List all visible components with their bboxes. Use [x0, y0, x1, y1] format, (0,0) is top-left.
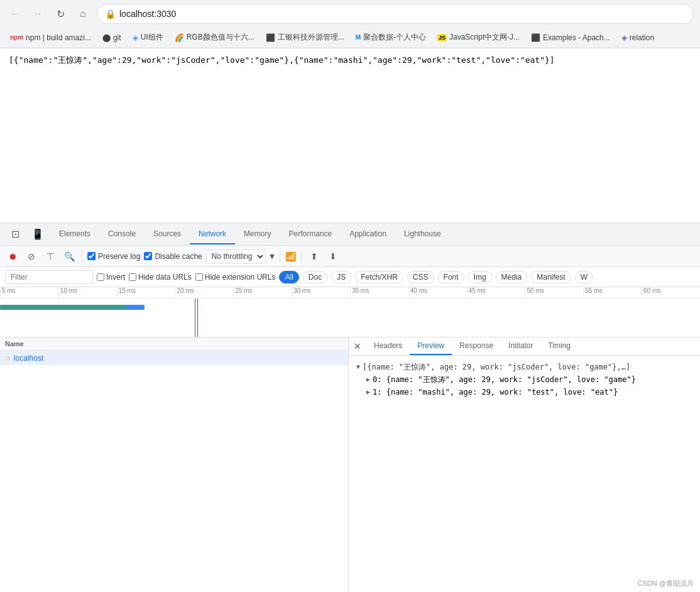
timeline-bar-data: [0, 305, 126, 310]
bank-icon: ⬛: [266, 33, 275, 42]
json-output: [{"name":"王惊涛","age":29,"work":"jsCoder"…: [9, 55, 555, 65]
bookmark-relation[interactable]: ◈ relation: [616, 31, 659, 44]
preserve-log-checkbox[interactable]: Preserve log: [87, 252, 140, 261]
type-js-button[interactable]: JS: [331, 271, 351, 283]
localhost-row-name: localhost: [14, 354, 43, 363]
type-manifest-button[interactable]: Manifest: [531, 271, 571, 283]
json-root-expand[interactable]: ▼: [356, 361, 360, 373]
watermark: CSDN @青阳流月: [638, 579, 694, 588]
type-font-button[interactable]: Font: [438, 271, 464, 283]
home-button[interactable]: ⌂: [74, 5, 92, 23]
lock-icon: 🔒: [105, 9, 116, 19]
bookmark-ui-label: UI组件: [141, 32, 163, 43]
type-css-button[interactable]: CSS: [407, 271, 434, 283]
bookmark-agg[interactable]: M 聚合数据-个人中心: [351, 30, 431, 45]
filter-input[interactable]: [5, 270, 93, 284]
json-item1-line: ▶ 1: {name: "mashi", age: 29, work: "tes…: [366, 386, 692, 398]
npm-icon: npm: [10, 34, 23, 41]
tab-sources[interactable]: Sources: [145, 224, 190, 244]
disable-cache-checkbox[interactable]: Disable cache: [144, 252, 202, 261]
localhost-row-icon: ○: [5, 353, 10, 363]
address-url: localhost:3030: [119, 9, 686, 19]
hide-data-urls-checkbox[interactable]: Hide data URLs: [129, 273, 192, 282]
invert-checkbox[interactable]: Invert: [97, 273, 125, 282]
devtools-tabs: ⊡ 📱 Elements Console Sources Network Mem…: [0, 223, 700, 246]
preview-tab-initiator[interactable]: Initiator: [501, 337, 540, 355]
throttle-select[interactable]: No throttling: [206, 249, 266, 263]
preview-panel: ✕ Headers Preview Response Initiator Tim…: [349, 337, 700, 592]
tick-55ms: 55 ms: [583, 287, 642, 298]
bookmark-github[interactable]: ⬤ git: [97, 31, 126, 44]
devtools-toolbar: ⏺ ⊘ ⊤ 🔍 Preserve log Disable cache No th…: [0, 246, 700, 267]
throttle-dropdown-icon[interactable]: ▾: [270, 250, 275, 262]
timeline-marker-blue: [195, 299, 195, 337]
tab-performance[interactable]: Performance: [280, 224, 341, 244]
agg-icon: M: [356, 34, 361, 41]
bookmark-examples[interactable]: ⬛ Examples - Apach...: [526, 31, 615, 44]
tick-20ms: 20 ms: [175, 287, 233, 298]
bookmark-rgb[interactable]: 🌈 RGB颜色值与十六...: [170, 30, 260, 45]
rgb-icon: 🌈: [175, 33, 184, 42]
type-all-button[interactable]: All: [279, 271, 298, 283]
bookmark-js-label: JavaScript中文网-J...: [449, 32, 520, 43]
import-button[interactable]: ⬆: [307, 249, 322, 264]
type-w-button[interactable]: W: [575, 271, 593, 283]
json-item0-expand[interactable]: ▶: [366, 374, 370, 385]
address-bar[interactable]: 🔒 localhost:3030: [97, 4, 694, 24]
examples-icon: ⬛: [531, 33, 540, 42]
tick-35ms: 35 ms: [350, 287, 408, 298]
tick-60ms: 60 ms: [642, 287, 700, 298]
close-preview-button[interactable]: ✕: [349, 337, 366, 355]
bookmark-agg-label: 聚合数据-个人中心: [363, 32, 426, 43]
tab-network[interactable]: Network: [190, 224, 235, 244]
preview-tab-preview[interactable]: Preview: [410, 337, 452, 355]
hide-extension-checkbox[interactable]: Hide extension URLs: [195, 273, 276, 282]
network-list: Name ○ localhost: [0, 337, 349, 592]
network-list-row-localhost[interactable]: ○ localhost: [0, 351, 348, 365]
nav-bar: ← → ↻ ⌂ 🔒 localhost:3030: [0, 0, 700, 28]
back-button[interactable]: ←: [6, 5, 24, 23]
preview-tab-response[interactable]: Response: [452, 337, 501, 355]
bookmark-rgb-label: RGB颜色值与十六...: [187, 32, 254, 43]
tick-5ms: 5 ms: [0, 287, 58, 298]
stop-recording-button[interactable]: ⏺: [5, 249, 20, 264]
timeline-marker-red: [197, 299, 198, 337]
tab-memory[interactable]: Memory: [235, 224, 280, 244]
json-item0-line: ▶ 0: {name: "王惊涛", age: 29, work: "jsCod…: [366, 373, 692, 386]
tick-45ms: 45 ms: [467, 287, 525, 298]
tab-lighthouse[interactable]: Lighthouse: [395, 224, 450, 244]
tick-30ms: 30 ms: [292, 287, 350, 298]
tab-console[interactable]: Console: [99, 224, 145, 244]
bookmark-npm-label: npm | build amazi...: [26, 33, 91, 42]
ui-icon: ◈: [133, 33, 138, 42]
timeline-area: 5 ms 10 ms 15 ms 20 ms 25 ms 30 ms 35 ms…: [0, 287, 700, 337]
preview-tab-headers[interactable]: Headers: [366, 337, 410, 355]
export-button[interactable]: ⬇: [325, 249, 341, 264]
tab-application[interactable]: Application: [341, 224, 395, 244]
type-media-button[interactable]: Media: [496, 271, 528, 283]
search-button[interactable]: 🔍: [62, 249, 77, 264]
page-content: [{"name":"王惊涛","age":29,"work":"jsCoder"…: [0, 48, 700, 223]
bookmark-bank[interactable]: ⬛ 工银科技外源管理...: [261, 30, 349, 45]
filter-button[interactable]: ⊤: [43, 249, 58, 264]
clear-button[interactable]: ⊘: [24, 249, 39, 264]
devtools-tab-icons: ⊡ 📱: [3, 226, 50, 243]
forward-button[interactable]: →: [29, 5, 46, 23]
json-item1-expand[interactable]: ▶: [366, 386, 370, 398]
wifi-icon: 📶: [285, 251, 296, 261]
separator-1: [82, 250, 82, 263]
tab-elements[interactable]: Elements: [50, 224, 99, 244]
preview-tab-timing[interactable]: Timing: [540, 337, 578, 355]
list-header-name: Name: [5, 340, 343, 348]
bookmark-js[interactable]: JS JavaScript中文网-J...: [432, 30, 525, 45]
inspect-icon[interactable]: ⊡: [6, 226, 24, 243]
type-img-button[interactable]: Img: [468, 271, 492, 283]
bookmark-ui[interactable]: ◈ UI组件: [128, 30, 168, 45]
refresh-button[interactable]: ↻: [52, 5, 69, 23]
device-icon[interactable]: 📱: [29, 226, 46, 243]
type-doc-button[interactable]: Doc: [303, 271, 327, 283]
bookmark-npm[interactable]: npm npm | build amazi...: [5, 31, 96, 44]
type-fetchxhr-button[interactable]: Fetch/XHR: [355, 271, 403, 283]
preview-content: ▼ [{name: "王惊涛", age: 29, work: "jsCoder…: [349, 356, 700, 592]
tick-40ms: 40 ms: [408, 287, 467, 298]
